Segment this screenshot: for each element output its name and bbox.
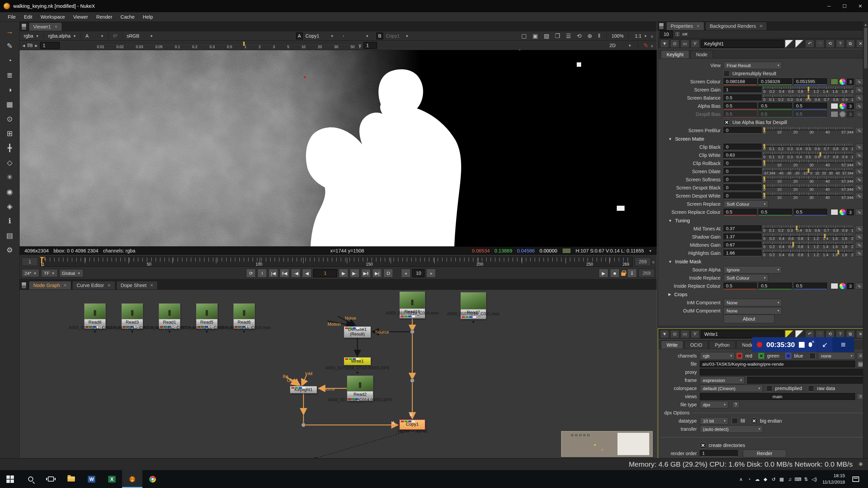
tool-icon[interactable]: ℹ [3, 215, 17, 227]
curve-icon[interactable]: ∿ [855, 78, 864, 85]
tray-icon[interactable]: ◔ [745, 472, 753, 486]
recorder-menu-button[interactable]: ≡ [832, 337, 854, 352]
mid-tones-at-field[interactable]: 0.37 [724, 225, 762, 232]
screen-replace-b[interactable]: 0.5 [794, 209, 827, 216]
excel-button[interactable]: X [102, 470, 122, 488]
prev-increment-button[interactable]: ·◀ [291, 269, 300, 278]
tool-icon[interactable]: ▤ [3, 229, 17, 242]
gamma-field[interactable]: 1 [363, 42, 377, 49]
curve-icon[interactable]: ∿ [855, 86, 864, 93]
crops-group[interactable]: ▶Crops [659, 290, 864, 298]
flipbook-play-icon[interactable]: ▶ [599, 269, 608, 278]
tool-icon[interactable]: ◑ [3, 83, 17, 96]
center-node-icon[interactable]: ⊙ [670, 330, 679, 338]
shadow-gain-slider[interactable]: 00.20.40.60.811.21.41.61.82 [763, 233, 853, 241]
menu-item[interactable]: Help [139, 13, 157, 21]
tool-icon[interactable]: → [3, 25, 17, 38]
b-buffer-dropdown[interactable]: Copy1▼ [384, 33, 410, 39]
frame-mode-dropdown[interactable]: expression [700, 377, 745, 384]
curve-icon[interactable]: ∿ [855, 160, 864, 167]
minimize-button[interactable]: ─ [821, 0, 837, 12]
file-path-field[interactable]: als/03-TASKS/Keying-walking/pre-rende [700, 361, 855, 367]
read-node[interactable]: Read1 A003_01070130_C097.mov ▼ [159, 303, 180, 329]
frame-increment-field[interactable]: 10 [412, 269, 425, 277]
tray-icon[interactable]: ↺ [769, 472, 777, 486]
shadow-gain-field[interactable]: 1.37 [724, 233, 762, 240]
clip-rollback-field[interactable]: 0 [724, 160, 762, 167]
tool-icon[interactable]: ▦ [3, 98, 17, 111]
despill-bias-r[interactable]: 0.5 [724, 111, 757, 118]
node-color-button[interactable] [785, 40, 794, 48]
screen-matte-group[interactable]: ▼Screen Matte [659, 135, 864, 143]
denoise-node[interactable]: Denoise1 (Result) [344, 326, 371, 338]
screen-replace-r[interactable]: 0.5 [724, 209, 757, 216]
view-dropdown[interactable]: Final Result [724, 62, 782, 69]
menu-item[interactable]: File [4, 13, 19, 21]
raw-data-checkbox[interactable] [808, 385, 814, 391]
next-increment-button[interactable]: ▶· [350, 269, 359, 278]
pane-menu-icon[interactable] [659, 23, 664, 29]
tab-keylight[interactable]: Keylight [661, 50, 689, 58]
about-button[interactable]: About [724, 314, 774, 323]
menu-item[interactable]: Viewer [70, 13, 92, 21]
read16-node[interactable]: Read16 A003_01070218_C014.mov [399, 291, 425, 319]
gain-field[interactable]: 1 [40, 42, 60, 49]
screen-gain-slider[interactable]: 00.20.40.60.811.21.41.61.82 [763, 86, 853, 94]
clip-black-slider[interactable]: 00.10.20.30.40.50.60.70.80.91 [763, 143, 853, 151]
tool-icon[interactable]: ✳ [3, 171, 17, 184]
gl-color-button[interactable] [795, 40, 804, 48]
colour-wheel-icon[interactable] [840, 79, 846, 85]
pane-menu-icon[interactable] [21, 282, 26, 289]
colour-swatch[interactable] [831, 209, 838, 215]
close-icon[interactable]: ✕ [150, 283, 153, 288]
tab-node[interactable]: Node [690, 50, 713, 58]
center-node-icon[interactable]: ⊙ [670, 40, 679, 48]
exposure-down-icon[interactable]: ◀ [22, 44, 25, 47]
roi-icon[interactable]: ⊕ [586, 33, 593, 40]
menu-item[interactable]: Render [93, 13, 116, 21]
node-graph-minimap[interactable] [561, 431, 653, 457]
help-icon[interactable]: ? [836, 330, 845, 338]
taskbar-clock[interactable]: 18:15 11/12/2018 [819, 473, 848, 485]
channels-dropdown[interactable]: rgb [700, 352, 735, 360]
tray-icon[interactable]: ☁ [753, 472, 761, 486]
pause-icon[interactable]: ‖ [596, 33, 601, 39]
curve-icon[interactable]: ∿ [855, 111, 864, 118]
source-alpha-dropdown[interactable]: Ignore [724, 266, 782, 273]
screen-colour-r[interactable]: 0.080168 [724, 78, 757, 85]
colour-swatch[interactable] [831, 103, 838, 109]
tab-python[interactable]: Python [709, 341, 735, 349]
alpha-bias-g[interactable]: 0.5 [758, 103, 792, 109]
inside-replace-g[interactable]: 0.5 [758, 283, 792, 289]
tray-icon[interactable]: ⇅ [802, 472, 810, 486]
node-graph-canvas[interactable]: Read8 A003_01070217_C043.mov ▼ Read3 A00… [20, 290, 657, 458]
transfer-dropdown[interactable]: (auto detect) [700, 425, 763, 433]
gl-color-button[interactable] [795, 330, 804, 338]
screen-preblur-slider[interactable]: 01020304057.344 [763, 127, 853, 134]
inside-replace-b[interactable]: 0.5 [794, 283, 827, 289]
tray-icon[interactable]: ◁) [810, 472, 818, 486]
revert-icon[interactable]: ⟲ [826, 330, 834, 338]
screen-replace-g[interactable]: 0.5 [758, 209, 792, 216]
inside-mask-group[interactable]: ▼Inside Mask [659, 258, 864, 265]
timeline-collapse-icon[interactable]: » [651, 261, 657, 262]
clear-all-icon[interactable]: ≡✕ [682, 32, 687, 37]
wipe-a-icon[interactable]: ▢ [520, 33, 528, 40]
range-end-field[interactable]: 269 [635, 257, 651, 266]
alpha-bias-r[interactable]: 0.5 [724, 103, 757, 109]
highlights-gain-slider[interactable]: 00.20.40.60.811.21.41.61.82 [763, 249, 853, 257]
monitor-icon[interactable]: ▭ [680, 330, 689, 338]
fps-dropdown[interactable]: 24*▼ [22, 269, 39, 277]
inside-replace-dropdown[interactable]: Soft Colour [724, 274, 768, 282]
node-color-button[interactable] [785, 330, 794, 338]
frame-expression-field[interactable] [747, 377, 864, 384]
screen-balance-slider[interactable]: 00.10.20.30.40.50.60.70.80.91 [763, 94, 853, 102]
curve-icon[interactable]: ∿ [855, 192, 864, 199]
wrench-icon[interactable]: Ƴ [691, 330, 699, 338]
colour-swatch[interactable] [831, 79, 838, 85]
close-icon[interactable]: ✕ [63, 283, 67, 288]
screen-preblur-field[interactable]: 0 [724, 127, 762, 134]
tool-icon[interactable]: ✎ [3, 40, 17, 53]
clip-black-field[interactable]: 0 [724, 144, 762, 150]
first-frame-button[interactable]: |◀ [269, 269, 278, 278]
